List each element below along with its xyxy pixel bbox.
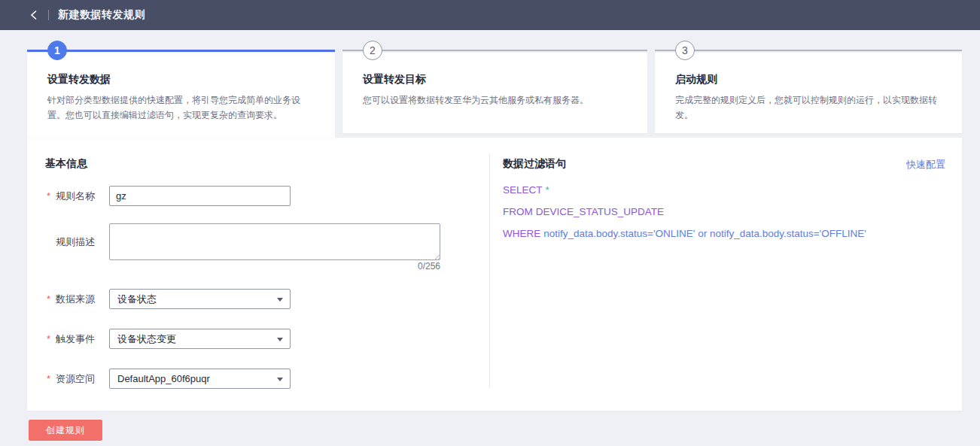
required-marker: *: [47, 190, 56, 202]
form-row-resource-space: * 资源空间 DefaultApp_60f6puqr: [27, 369, 494, 389]
step-card-2[interactable]: 设置转发目标 您可以设置将数据转发至华为云其他服务或私有服务器。 2: [342, 41, 647, 133]
step-number: 1: [54, 44, 60, 56]
create-rule-button[interactable]: 创建规则: [29, 420, 102, 441]
resource-space-select[interactable]: DefaultApp_60f6puqr: [109, 369, 291, 389]
vertical-divider: [489, 154, 490, 387]
chevron-down-icon: [277, 338, 283, 341]
chevron-down-icon: [277, 298, 283, 302]
sql-keyword: SELECT: [503, 184, 543, 196]
sql-select-value: *: [546, 184, 549, 196]
form-row-data-source: * 数据来源 设备状态: [27, 289, 494, 309]
step-card-1[interactable]: 设置转发数据 针对部分类型数据提供的快速配置，将引导您完成简单的业务设置。您也可…: [27, 41, 335, 138]
step-number: 3: [682, 44, 688, 56]
page-title: 新建数据转发规则: [58, 8, 145, 22]
step-progress-line: [27, 50, 335, 52]
header-divider: [48, 10, 49, 20]
field-label-text: 资源空间: [56, 372, 95, 386]
chevron-down-icon: [277, 378, 283, 381]
back-button[interactable]: [24, 5, 44, 25]
top-header-bar: 新建数据转发规则: [0, 0, 980, 30]
page: 新建数据转发规则 设置转发数据 针对部分类型数据提供的快速配置，将引导您完成简单…: [0, 0, 980, 446]
rule-description-label: * 规则描述: [47, 223, 95, 260]
basic-info-section-title: 基本信息: [45, 157, 87, 171]
field-label-text: 规则描述: [56, 235, 95, 249]
step-progress-line: [342, 50, 647, 51]
step-card-body: 设置转发目标 您可以设置将数据转发至华为云其他服务或私有服务器。: [342, 53, 647, 133]
field-label-text: 触发事件: [56, 332, 95, 346]
required-marker: *: [47, 373, 56, 384]
field-label-text: 规则名称: [56, 190, 95, 203]
step-progress-line: [655, 50, 962, 51]
sql-from-value: DEVICE_STATUS_UPDATE: [536, 206, 664, 217]
step-number-badge: 1: [47, 41, 67, 60]
data-source-select[interactable]: 设备状态: [109, 289, 291, 309]
step-card-body: 设置转发数据 针对部分类型数据提供的快速配置，将引导您完成简单的业务设置。您也可…: [27, 53, 335, 138]
step-description: 针对部分类型数据提供的快速配置，将引导您完成简单的业务设置。您也可以直接编辑过滤…: [47, 93, 315, 123]
form-row-rule-name: * 规则名称: [27, 186, 494, 206]
rule-name-label: * 规则名称: [47, 186, 95, 206]
trigger-event-label: * 触发事件: [47, 329, 95, 349]
selected-value: DefaultApp_60f6puqr: [117, 373, 210, 384]
back-chevron-icon: [30, 10, 38, 20]
quick-config-link[interactable]: 快速配置: [906, 158, 945, 171]
main-content-panel: 基本信息 * 规则名称 * 规则描述 0/256 * 数据来源: [27, 138, 962, 411]
selected-value: 设备状态: [117, 293, 157, 306]
step-number-badge: 3: [675, 41, 695, 60]
step-number: 2: [370, 44, 376, 56]
step-description: 完成完整的规则定义后，您就可以控制规则的运行，以实现数据转发。: [675, 93, 942, 123]
trigger-event-select[interactable]: 设备状态变更: [109, 329, 291, 349]
field-label-text: 数据来源: [56, 293, 95, 306]
sql-keyword: FROM: [503, 206, 533, 217]
rule-name-input[interactable]: [109, 186, 291, 206]
rule-description-textarea[interactable]: [109, 223, 440, 260]
sql-from-line: FROMDEVICE_STATUS_UPDATE: [503, 206, 664, 217]
form-row-trigger-event: * 触发事件 设备状态变更: [27, 329, 494, 349]
data-source-label: * 数据来源: [47, 289, 95, 309]
step-card-body: 启动规则 完成完整的规则定义后，您就可以控制规则的运行，以实现数据转发。: [655, 53, 962, 133]
char-counter: 0/256: [109, 261, 440, 272]
sql-keyword: WHERE: [503, 228, 540, 239]
sql-where-value: notify_data.body.status='ONLINE' or noti…: [543, 228, 866, 239]
step-title: 启动规则: [675, 73, 942, 86]
resource-space-label: * 资源空间: [47, 369, 95, 389]
filter-statement-title: 数据过滤语句: [503, 157, 566, 171]
selected-value: 设备状态变更: [117, 332, 176, 346]
required-marker: *: [47, 293, 56, 305]
textarea-resize-grip-icon[interactable]: [434, 254, 440, 260]
step-card-3[interactable]: 启动规则 完成完整的规则定义后，您就可以控制规则的运行，以实现数据转发。 3: [655, 41, 962, 133]
required-marker: *: [47, 333, 56, 344]
step-description: 您可以设置将数据转发至华为云其他服务或私有服务器。: [363, 93, 627, 108]
sql-where-line: WHEREnotify_data.body.status='ONLINE' or…: [503, 228, 866, 239]
form-row-rule-description: * 规则描述: [27, 223, 494, 260]
sql-select-line: SELECT*: [503, 184, 549, 196]
step-title: 设置转发数据: [47, 73, 315, 86]
step-number-badge: 2: [363, 41, 382, 60]
step-title: 设置转发目标: [363, 73, 627, 86]
